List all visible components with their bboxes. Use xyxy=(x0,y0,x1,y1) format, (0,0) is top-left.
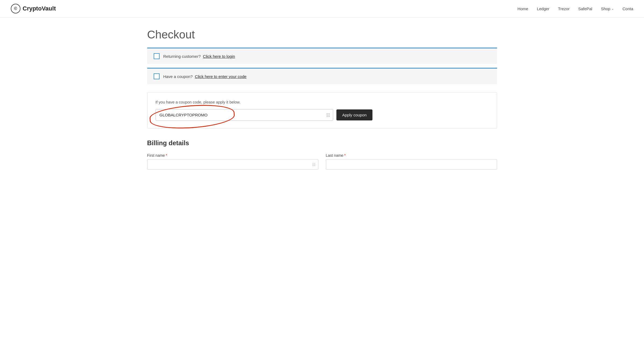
coupon-description: If you have a coupon code, please apply … xyxy=(156,100,489,104)
main-content: Checkout Returning customer? Click here … xyxy=(136,17,508,188)
have-coupon-text: Have a coupon? Click here to enter your … xyxy=(163,74,247,79)
first-name-input-wrapper: ☷ xyxy=(147,159,318,170)
enter-coupon-link[interactable]: Click here to enter your code xyxy=(195,74,247,79)
last-name-label: Last name* xyxy=(326,153,497,158)
billing-section-title: Billing details xyxy=(147,139,497,147)
coupon-box: If you have a coupon code, please apply … xyxy=(147,92,497,129)
last-name-required: * xyxy=(344,153,346,158)
returning-customer-text: Returning customer? Click here to login xyxy=(163,54,235,59)
nav-conta[interactable]: Conta xyxy=(622,6,633,11)
apply-coupon-button[interactable]: Apply coupon xyxy=(336,109,373,120)
page-title: Checkout xyxy=(147,28,497,41)
nav-safepal[interactable]: SafePal xyxy=(578,6,592,11)
first-name-input[interactable] xyxy=(147,159,318,170)
nav-ledger[interactable]: Ledger xyxy=(537,6,550,11)
first-name-group: First name* ☷ xyxy=(147,153,318,170)
nav-shop[interactable]: Shop ⌄ xyxy=(601,6,614,11)
returning-customer-banner: Returning customer? Click here to login xyxy=(147,48,497,64)
site-header: © CryptoVault Home Ledger Trezor SafePal… xyxy=(0,0,644,17)
main-nav: Home Ledger Trezor SafePal Shop ⌄ Conta xyxy=(518,6,633,11)
nav-home[interactable]: Home xyxy=(518,6,528,11)
chevron-down-icon: ⌄ xyxy=(611,7,614,10)
logo: © CryptoVault xyxy=(11,4,56,13)
nav-trezor[interactable]: Trezor xyxy=(558,6,570,11)
first-name-required: * xyxy=(166,153,167,158)
first-name-label: First name* xyxy=(147,153,318,158)
login-link[interactable]: Click here to login xyxy=(203,54,235,59)
coupon-input-wrapper: ☷ xyxy=(156,109,333,121)
coupon-input[interactable] xyxy=(156,109,333,121)
coupon-row: ☷ Apply coupon xyxy=(156,109,489,121)
first-name-field-icon: ☷ xyxy=(312,162,316,167)
billing-name-row: First name* ☷ Last name* xyxy=(147,153,497,170)
logo-icon: © xyxy=(11,4,20,13)
logo-text: CryptoVault xyxy=(23,5,56,12)
last-name-group: Last name* xyxy=(326,153,497,170)
last-name-input[interactable] xyxy=(326,159,497,170)
have-coupon-banner: Have a coupon? Click here to enter your … xyxy=(147,68,497,84)
banner-icon-returning xyxy=(154,53,160,59)
banner-icon-coupon xyxy=(154,73,160,79)
nav-shop-label: Shop xyxy=(601,6,610,11)
